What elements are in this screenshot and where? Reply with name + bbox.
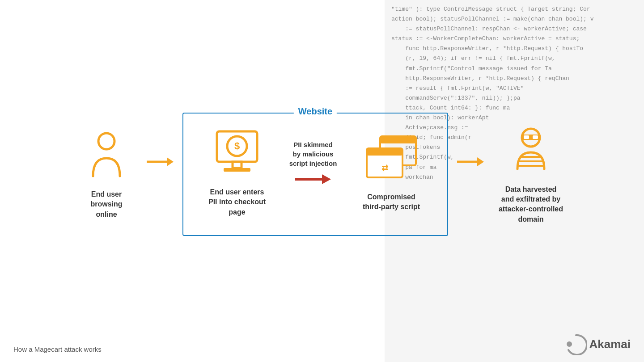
svg-text:$: $ [234, 140, 240, 152]
arrow-3 [457, 155, 484, 168]
arrow-1 [147, 155, 174, 168]
node-attacker-label: Data harvestedand exfiltrated byattacker… [499, 185, 563, 225]
website-label: Website [294, 106, 337, 117]
node-end-user: End userbrowsingonline [71, 129, 142, 219]
node-attacker: Data harvestedand exfiltrated byattacker… [488, 124, 573, 225]
svg-point-26 [567, 341, 572, 347]
svg-rect-6 [233, 162, 242, 168]
svg-rect-21 [524, 135, 529, 139]
main-content: End userbrowsingonline Website [0, 0, 644, 362]
svg-marker-2 [167, 157, 174, 166]
website-box: Website $ [182, 113, 448, 236]
akamai-icon [565, 333, 587, 355]
node-end-user-label: End userbrowsingonline [90, 189, 122, 219]
svg-rect-12 [380, 136, 416, 143]
person-icon [89, 129, 124, 183]
node-script: </> ⇄ Compromisedthird-party script [353, 132, 429, 212]
hacker-icon [511, 124, 551, 178]
svg-marker-10 [322, 174, 331, 184]
footer: How a Magecart attack works [13, 345, 102, 353]
akamai-text: Akamai [589, 337, 631, 351]
windows-icon: </> ⇄ [364, 132, 418, 185]
svg-rect-15 [367, 148, 402, 156]
akamai-logo: Akamai [565, 333, 631, 355]
svg-rect-22 [533, 135, 538, 139]
svg-point-0 [98, 133, 114, 149]
monitor-dollar-icon: $ [212, 127, 262, 181]
node-checkout-label: End user entersPII into checkout page [201, 187, 273, 217]
svg-rect-8 [224, 168, 250, 172]
svg-text:⇄: ⇄ [381, 164, 388, 173]
pii-label: PII skimmedby maliciousscript injection [277, 140, 349, 168]
diagram: End userbrowsingonline Website [71, 113, 573, 236]
footer-label: How a Magecart attack works [13, 345, 102, 353]
svg-marker-18 [477, 157, 484, 166]
arrow-2-container: PII skimmedby maliciousscript injection [277, 140, 349, 204]
node-script-label: Compromisedthird-party script [363, 192, 420, 212]
node-checkout: $ End user entersPII into checkout page [201, 127, 273, 217]
